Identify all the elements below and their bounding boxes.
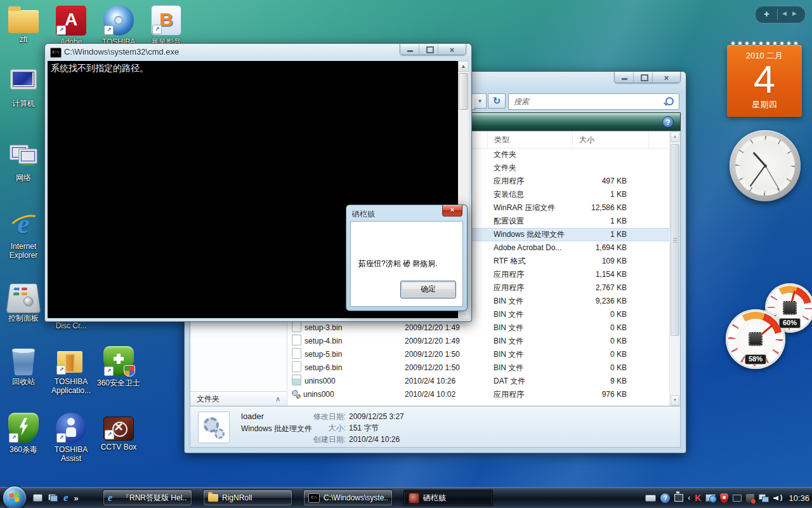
taskbar-button[interactable]: RigNRoll: [203, 490, 292, 506]
taskbar-button[interactable]: 硒桤赅: [403, 490, 493, 506]
file-row[interactable]: setup-3.bin2009/12/20 1:49BIN 文件0 KB: [287, 321, 670, 335]
show-desktop-icon[interactable]: [33, 494, 43, 502]
network-status-icon[interactable]: [759, 494, 769, 502]
minimize-button[interactable]: [615, 72, 634, 83]
dialog-close-button[interactable]: ×: [442, 205, 462, 217]
detail-field-label: 修改日期:: [285, 411, 346, 422]
detail-field-value: 2009/12/25 3:27: [349, 412, 404, 421]
clock-gadget[interactable]: [730, 130, 801, 201]
shortcut-arrow-icon: [104, 25, 114, 35]
file-row[interactable]: unins0002010/2/4 10:26DAT 文件9 KB: [287, 375, 670, 388]
search-input[interactable]: [513, 95, 648, 108]
taskbar-button[interactable]: e『RNR答疑版 Hel...: [103, 490, 192, 506]
cpu-chip-icon: [749, 332, 763, 346]
file-row[interactable]: setup-6.bin2009/12/20 1:50BIN 文件0 KB: [287, 361, 670, 375]
storm-icon: [151, 5, 181, 36]
dialog-title: 硒桤赅: [352, 209, 375, 220]
scroll-up-button[interactable]: ▲: [458, 61, 469, 72]
power-plug-icon[interactable]: [746, 494, 754, 502]
scroll-down-button[interactable]: ▼: [671, 395, 679, 406]
desktop-icon-network[interactable]: 网络: [0, 141, 47, 182]
desktop-icon-360-av[interactable]: 360杀毒: [0, 413, 47, 454]
desktop-icon-label: 控制面板: [0, 314, 47, 323]
maximize-button[interactable]: [634, 72, 653, 83]
volume-icon[interactable]: [773, 494, 782, 502]
folders-bar[interactable]: 文件夹 ∧: [190, 391, 287, 406]
maximize-button[interactable]: [419, 44, 438, 55]
calendar-spiral: [730, 39, 799, 48]
add-gadget-icon[interactable]: +: [764, 8, 769, 19]
column-header-size[interactable]: 大小: [572, 131, 648, 148]
prev-page-icon[interactable]: ◀: [782, 10, 787, 17]
desktop-icon-ie[interactable]: Internet Explorer: [0, 210, 47, 260]
file-size: [572, 161, 627, 175]
clock-pin: [764, 164, 767, 168]
360-safe-icon: [103, 346, 134, 377]
taskbar-clock[interactable]: 10:36: [789, 493, 809, 503]
collapse-icon[interactable]: ∧: [275, 392, 280, 406]
vertical-scrollbar[interactable]: ▲ ▼: [669, 131, 680, 406]
file-size: 497 KB: [572, 175, 627, 188]
desktop-icon-toshiba-app[interactable]: TOSHIBA Applicatio...: [48, 346, 95, 395]
close-button[interactable]: ×: [438, 44, 466, 55]
taskbar-button-label: RigNRoll: [222, 493, 252, 502]
desktop-icon-storm[interactable]: 暴风影音: [143, 5, 190, 46]
internet-explorer-icon[interactable]: e: [63, 493, 69, 503]
address-dropdown-button[interactable]: ▼: [474, 93, 487, 109]
gadget-sidebar-control[interactable]: + ◀ ▶: [755, 6, 806, 23]
network-globe-icon[interactable]: [705, 494, 716, 502]
calendar-weekday: 星期四: [727, 99, 802, 110]
maximize-icon: [641, 74, 648, 81]
file-size: 1,154 KB: [572, 268, 627, 281]
collapse-tray-icon[interactable]: ‹: [688, 493, 690, 502]
file-date: 2009/12/20 1:49: [405, 321, 486, 335]
file-row[interactable]: unins0002010/2/4 10:02应用程序976 KB: [287, 388, 670, 401]
help-icon[interactable]: ?: [662, 116, 674, 128]
keyboard-icon[interactable]: [645, 495, 656, 502]
next-page-icon[interactable]: ▶: [792, 10, 797, 17]
desktop-icon-toshiba-cd[interactable]: TOSHIBA: [95, 5, 142, 46]
quick-launch-overflow-icon[interactable]: »: [74, 493, 79, 503]
restore-windows-icon[interactable]: [674, 494, 683, 502]
file-page-icon: [292, 361, 301, 372]
start-button[interactable]: [3, 486, 27, 508]
desktop-icon-control-panel[interactable]: 控制面板: [0, 281, 47, 323]
column-header-extra[interactable]: [648, 131, 671, 148]
calendar-gadget[interactable]: 2010 二月 4 星期四: [727, 39, 802, 117]
taskbar-button[interactable]: C:\C:\Windows\syste...: [303, 490, 393, 506]
file-name: setup-4.bin: [292, 335, 405, 348]
desktop-icon-recycle[interactable]: 回收站: [0, 346, 47, 386]
taskbar-button-label: C:\Windows\syste...: [324, 493, 388, 502]
search-box: [508, 93, 679, 110]
column-header-type[interactable]: 类型: [487, 131, 572, 148]
desktop-icon-adobe[interactable]: Adobe: [48, 5, 95, 46]
error-dialog: 硒桤赅 × 茹痤忸?滂耜 礤 磬殇屙. 确定: [346, 204, 468, 311]
minimize-button[interactable]: [400, 44, 419, 55]
help-tray-icon[interactable]: ?: [660, 493, 670, 503]
detail-field-value: 151 字节: [349, 424, 379, 432]
desktop-icon-toshiba-assist[interactable]: TOSHIBA Assist: [48, 413, 95, 463]
display-icon[interactable]: [733, 495, 742, 502]
desktop-icon-cctv[interactable]: CCTV Box: [95, 413, 142, 451]
scroll-up-button[interactable]: ▲: [671, 131, 679, 142]
search-icon: [665, 97, 674, 105]
desktop-icon-zft[interactable]: zft: [0, 5, 47, 44]
file-row[interactable]: setup-5.bin2009/12/20 1:50BIN 文件0 KB: [287, 348, 670, 361]
ok-button[interactable]: 确定: [400, 281, 456, 298]
file-type: BIN 文件: [487, 295, 577, 308]
ie-icon: [8, 210, 39, 240]
security-shield-icon[interactable]: [720, 493, 728, 503]
detail-field-label: 创建日期:: [285, 434, 346, 445]
desktop-icon-computer[interactable]: 计算机: [0, 67, 47, 108]
scroll-thumb[interactable]: [459, 73, 468, 110]
detail-field-value: 2010/2/4 10:26: [349, 435, 400, 444]
selected-file-name: loader: [241, 411, 264, 421]
antivirus-k-icon[interactable]: K: [695, 493, 701, 503]
scroll-thumb[interactable]: [671, 144, 679, 336]
desktop-icon-360-safe[interactable]: 360安全卫士: [95, 346, 142, 387]
close-button[interactable]: ×: [653, 72, 680, 83]
refresh-button[interactable]: ↻: [488, 93, 506, 109]
file-row[interactable]: setup-4.bin2009/12/20 1:49BIN 文件0 KB: [287, 335, 670, 348]
cpu-gauge[interactable]: 58%: [726, 309, 785, 369]
switch-windows-icon[interactable]: [48, 494, 58, 502]
